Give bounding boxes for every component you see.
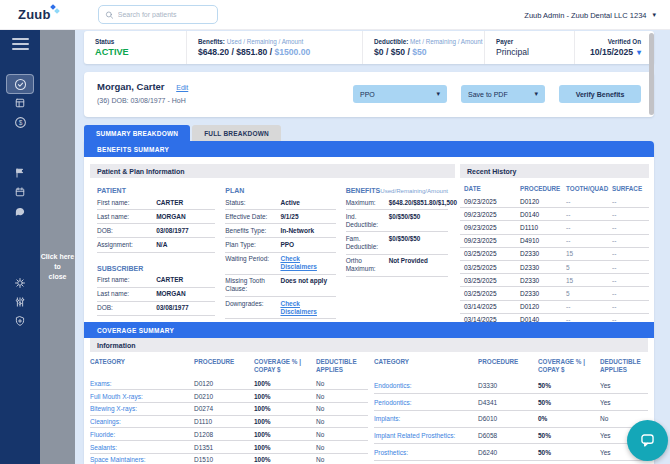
tab-full-breakdown[interactable]: FULL BREAKDOWN — [192, 125, 281, 141]
coverage-percent: 0% — [538, 415, 600, 422]
sidebar-scrim[interactable] — [40, 30, 75, 464]
coverage-header-coverage: COVERAGE % |COPAY $ — [538, 358, 600, 374]
breakdown-tabs: SUMMARY BREAKDOWN FULL BREAKDOWN — [84, 125, 281, 141]
history-header-tooth: TOOTH/QUAD — [566, 185, 612, 192]
sidebar-item-verifications[interactable] — [6, 74, 34, 94]
sidebar-item-insurance[interactable] — [0, 315, 40, 327]
field-label: DOB: — [97, 304, 156, 312]
field-label: Last name: — [97, 290, 156, 298]
field-row: Status:Active — [225, 196, 335, 210]
coverage-category-link[interactable]: Bitewing X-rays: — [90, 405, 194, 412]
sidebar-item-ledger[interactable] — [0, 97, 40, 109]
coverage-deductible: No — [316, 418, 368, 425]
verify-benefits-button[interactable]: Verify Benefits — [559, 85, 641, 103]
field-row: Benefits Type:In-Network — [225, 224, 335, 238]
save-to-pdf-label: Save to PDF — [468, 91, 508, 98]
payer-label: Payer — [496, 38, 563, 45]
field-row: Maximum: $648.20/$851.80/$1,500 — [346, 196, 448, 210]
eligibility-status-bar: Status ACTIVE Benefits: Used / Remaining… — [84, 31, 654, 64]
sidebar-item-billing[interactable]: $ — [0, 116, 40, 129]
history-date: 03/14/2025 — [464, 303, 520, 310]
sidebar-item-filters[interactable] — [0, 296, 40, 308]
coverage-table-right: CATEGORY PROCEDURE COVERAGE % |COPAY $ D… — [374, 354, 648, 464]
field-row: Ind. Deductible: $0/$50/$50 — [346, 210, 448, 232]
sliders-icon — [14, 296, 26, 308]
coverage-category-link[interactable]: Implants: — [374, 415, 478, 422]
field-row: Last name: MORGAN — [97, 288, 215, 302]
coverage-category-link[interactable]: Space Maintainers: — [90, 456, 194, 463]
patient-subtitle: (36) DOB: 03/08/1977 - HoH — [97, 97, 186, 104]
coverage-category-link[interactable]: Full Mouth X-rays: — [90, 393, 194, 400]
verified-on-dropdown[interactable]: 10/15/2025▾ — [590, 47, 641, 57]
benefits-amount: $1500.00 — [274, 47, 310, 57]
coverage-category-link[interactable]: Periodontics: — [374, 399, 478, 406]
field-value: Does not apply — [280, 277, 335, 285]
sidebar-item-settings[interactable] — [0, 277, 40, 289]
benefits-section: Benefits: Used / Remaining / Amount $648… — [186, 31, 362, 64]
history-date: 09/23/2025 — [464, 224, 520, 231]
account-menu[interactable]: Zuub Admin - Zuub Dental LLC 1234 ▾ — [524, 0, 656, 30]
coverage-header-category: CATEGORY — [90, 358, 194, 374]
coverage-deductible: No — [316, 393, 368, 400]
coverage-row: Implant Related Prosthetics: D6058 50% Y… — [374, 428, 648, 445]
coverage-header-coverage: COVERAGE % |COPAY $ — [254, 358, 316, 374]
network-type-select[interactable]: PPO ▾ — [353, 85, 447, 103]
coverage-category-link[interactable]: Sealants: — [90, 444, 194, 451]
benefits-used-remaining: $648.20 / $851.80 / — [198, 47, 272, 57]
coverage-percent: 100% — [254, 418, 316, 425]
coverage-percent: 100% — [254, 431, 316, 438]
field-row: Downgrades:Check Disclaimers — [225, 297, 335, 319]
coverage-procedure: D6058 — [478, 432, 538, 439]
history-row: 03/14/2025 D0140 -- -- — [460, 314, 649, 322]
menu-icon[interactable] — [0, 38, 40, 50]
coverage-information-title: Information — [90, 338, 648, 352]
patient-search[interactable] — [98, 5, 218, 24]
history-surface: -- — [612, 250, 645, 257]
coverage-category-link[interactable]: Endodontics: — [374, 382, 478, 389]
coverage-category-link[interactable]: Prosthetics: — [374, 449, 478, 456]
chat-fab-button[interactable] — [627, 420, 668, 461]
deductible-section: Deductible: Met / Remaining / Amount $0 … — [362, 31, 484, 64]
search-input[interactable] — [118, 11, 211, 18]
coverage-category-link[interactable]: Exams: — [90, 380, 194, 387]
recent-history-title: Recent History — [460, 164, 649, 178]
field-label: Effective Date: — [225, 213, 280, 221]
tab-summary-breakdown[interactable]: SUMMARY BREAKDOWN — [84, 125, 190, 141]
logo-diamond-icon — [54, 8, 60, 14]
edit-patient-link[interactable]: Edit — [176, 84, 188, 91]
field-row: First name: CARTER — [97, 196, 215, 210]
benefits-label: Benefits: — [198, 38, 225, 45]
save-to-pdf-select[interactable]: Save to PDF ▾ — [461, 85, 545, 103]
history-row: 09/23/2025 D0120 -- -- — [460, 195, 649, 208]
coverage-category-link[interactable]: Implant Related Prosthetics: — [374, 432, 478, 439]
vertical-scrollbar[interactable] — [649, 33, 654, 115]
tooltip-line: close — [49, 273, 67, 280]
sidebar-item-chat[interactable] — [0, 206, 40, 218]
field-label: Ind. Deductible: — [346, 213, 389, 229]
coverage-category-link[interactable]: Fluoride: — [90, 431, 194, 438]
coverage-deductible: No — [316, 456, 368, 463]
field-value: Active — [280, 199, 335, 207]
history-surface: -- — [612, 290, 645, 297]
field-row: DOB: 03/08/1977 — [97, 302, 215, 316]
topbar: Zuub Zuub Admin - Zuub Dental LLC 1234 ▾ — [0, 0, 670, 30]
coverage-category-link[interactable]: Cleanings: — [90, 418, 194, 425]
check-disclaimers-link[interactable]: Check Disclaimers — [280, 300, 335, 316]
benefits-column-title: BENEFITS — [346, 187, 381, 194]
coverage-procedure: D1110 — [194, 418, 254, 425]
chevron-down-icon: ▾ — [637, 48, 641, 57]
patient-header-card: Morgan, Carter Edit (36) DOB: 03/08/1977… — [84, 72, 654, 117]
coverage-header-procedure: PROCEDURE — [194, 358, 254, 374]
verified-on-value: 10/15/2025 — [590, 47, 633, 57]
chevron-down-icon: ▾ — [652, 11, 656, 19]
sidebar-item-flag[interactable] — [0, 167, 40, 179]
coverage-deductible: Yes — [600, 399, 648, 406]
tooltip-line: Click here to — [41, 253, 74, 270]
sidebar-item-calendar[interactable] — [0, 186, 40, 198]
verify-benefits-label: Verify Benefits — [576, 91, 625, 98]
field-row: First name: CARTER — [97, 274, 215, 288]
check-disclaimers-link[interactable]: Check Disclaimers — [280, 255, 335, 271]
history-header-row: DATE PROCEDURE TOOTH/QUAD SURFACE — [460, 183, 649, 195]
coverage-row: Cleanings: D1110 100% No — [90, 416, 368, 429]
close-sidebar-tooltip[interactable]: Click here to close — [39, 252, 76, 281]
